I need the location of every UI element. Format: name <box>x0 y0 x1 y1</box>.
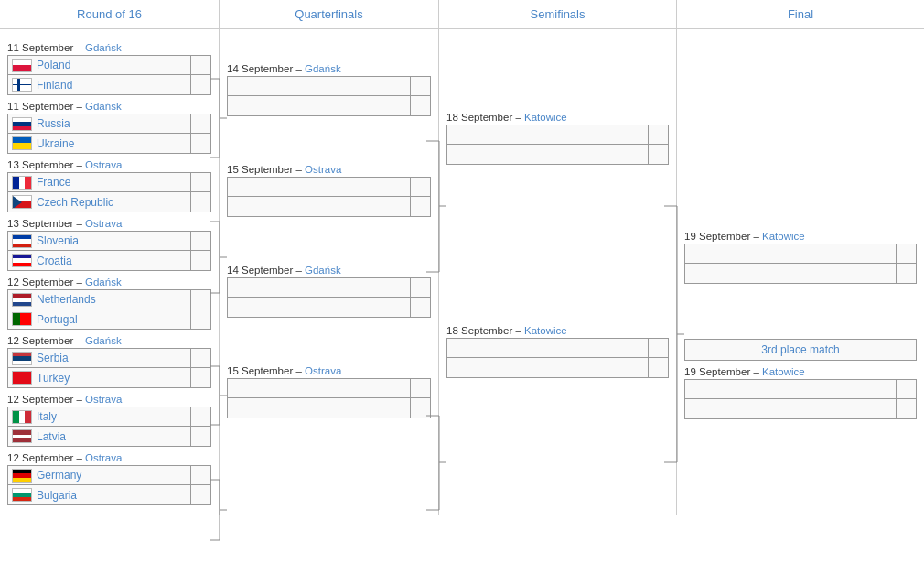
r16-m6-t2-name: Turkey <box>37 372 190 385</box>
qf-title: Quarterfinals <box>295 7 362 21</box>
qf-m4-team1 <box>227 378 431 398</box>
third-t1-score <box>896 379 912 399</box>
qf-m1-team1 <box>227 76 431 96</box>
r16-m1-city[interactable]: Gdańsk <box>85 42 122 53</box>
r16-m4-city[interactable]: Ostrava <box>85 218 122 229</box>
third-m1-team1 <box>684 379 917 399</box>
sf-m2-team1 <box>446 338 669 358</box>
italy-flag <box>12 410 32 424</box>
sf-header: Semifinals <box>439 0 676 29</box>
r16-m7-team2: Latvia <box>7 427 211 447</box>
serbia-flag <box>12 352 32 365</box>
r16-m6-city[interactable]: Gdańsk <box>85 335 122 346</box>
r16-m1-team1: Poland <box>7 55 211 75</box>
qf-header: Quarterfinals <box>220 0 438 29</box>
qf-m2-t1-score <box>410 177 426 197</box>
r16-m8-team1: Germany <box>7 465 211 485</box>
r16-m5-date: 12 September – Gdańsk <box>7 277 211 288</box>
third-m1-city[interactable]: Katowice <box>762 366 805 377</box>
r16-m3-city[interactable]: Ostrava <box>85 159 122 170</box>
r16-m3-t1-name: France <box>37 176 190 189</box>
r16-m4-team2: Croatia <box>7 251 211 271</box>
bulgaria-flag <box>12 488 32 502</box>
third-place-block: 3rd place match <box>684 339 917 361</box>
r16-match-4: 13 September – Ostrava Slovenia Croatia <box>7 218 211 271</box>
r16-m2-team1: Russia <box>7 114 211 134</box>
ukraine-flag <box>12 136 32 150</box>
r16-m4-t2-score <box>190 251 207 271</box>
qf-m1-t2-score <box>410 96 426 116</box>
qf-m2-city[interactable]: Ostrava <box>305 164 341 175</box>
final-t1-score <box>896 244 912 264</box>
bracket-container: Round of 16 11 September – Gdańsk Poland <box>0 0 924 515</box>
r16-m2-t1-score <box>190 114 207 134</box>
final-m1-date: 19 September – Katowice <box>684 231 917 242</box>
slovenia-flag <box>12 234 32 248</box>
qf-m4-city[interactable]: Ostrava <box>305 365 341 376</box>
r16-m8-city[interactable]: Ostrava <box>85 452 122 463</box>
qf-m4-date: 15 September – Ostrava <box>227 365 431 376</box>
r16-m3-t1-score <box>190 172 207 192</box>
qf-m1-date: 14 September – Gdańsk <box>227 63 431 74</box>
final-title: Final <box>788 7 813 21</box>
r16-match-6: 12 September – Gdańsk Serbia Turkey <box>7 335 211 388</box>
r16-m8-t2-score <box>190 485 207 505</box>
r16-match-2: 11 September – Gdańsk Russia Ukraine <box>7 101 211 154</box>
r16-m1-team2: Finland <box>7 75 211 95</box>
r16-m7-city[interactable]: Ostrava <box>85 394 122 405</box>
sf-title: Semifinals <box>531 7 586 21</box>
r16-m5-t2-score <box>190 309 207 330</box>
round-final-col: Final 19 September – Katowice <box>677 0 924 515</box>
qf-match-2: 15 September – Ostrava <box>227 164 431 217</box>
qf-m4-t2-score <box>410 398 426 418</box>
finland-flag <box>12 78 32 92</box>
sf-match-1: 18 September – Katowice <box>446 112 669 165</box>
r16-m5-team1: Netherlands <box>7 289 211 309</box>
r16-m7-t2-score <box>190 427 207 447</box>
final-m1-city[interactable]: Katowice <box>762 231 805 242</box>
final-body: 19 September – Katowice 3rd place match <box>677 29 924 429</box>
qf-m2-team1 <box>227 177 431 197</box>
qf-m3-team2 <box>227 298 431 318</box>
germany-flag <box>12 469 32 483</box>
r16-match-1: 11 September – Gdańsk Poland Finland <box>7 42 211 95</box>
r16-m5-t2-name: Portugal <box>37 313 190 326</box>
poland-flag <box>12 59 32 72</box>
qf-m2-date: 15 September – Ostrava <box>227 164 431 175</box>
sf-m1-t2-score <box>648 145 664 165</box>
sf-m1-city[interactable]: Katowice <box>524 112 567 123</box>
r16-m1-t2-name: Finland <box>37 79 190 92</box>
qf-m3-city[interactable]: Gdańsk <box>305 265 341 276</box>
qf-m2-t2-score <box>410 197 426 217</box>
qf-m4-team2 <box>227 398 431 418</box>
third-t2-score <box>896 399 912 419</box>
r16-m3-team1: France <box>7 172 211 192</box>
r16-m1-date: 11 September – Gdańsk <box>7 42 211 53</box>
r16-m2-t2-score <box>190 134 207 154</box>
r16-m1-t1-name: Poland <box>37 59 190 71</box>
r16-m1-t1-score <box>190 55 207 75</box>
r16-m7-team1: Italy <box>7 407 211 427</box>
r16-m2-city[interactable]: Gdańsk <box>85 101 122 112</box>
czech-flag <box>12 195 32 209</box>
sf-m2-city[interactable]: Katowice <box>524 325 567 336</box>
r16-m2-t1-name: Russia <box>37 117 190 130</box>
r16-m4-date: 13 September – Ostrava <box>7 218 211 229</box>
final-m1-team1 <box>684 244 917 264</box>
r16-m7-t2-name: Latvia <box>37 430 190 443</box>
qf-match-1: 14 September – Gdańsk <box>227 63 431 116</box>
qf-match-3: 14 September – Gdańsk <box>227 265 431 318</box>
r16-m8-t2-name: Bulgaria <box>37 489 190 502</box>
sf-m1-date: 18 September – Katowice <box>446 112 669 123</box>
r16-m5-city[interactable]: Gdańsk <box>85 277 122 288</box>
r16-body: 11 September – Gdańsk Poland Finland <box>0 29 219 515</box>
sf-m2-t1-score <box>648 338 664 358</box>
r16-match-5: 12 September – Gdańsk Netherlands Portug… <box>7 277 211 330</box>
third-m1-team2 <box>684 399 917 419</box>
qf-m1-city[interactable]: Gdańsk <box>305 63 341 74</box>
r16-m3-t2-name: Czech Republic <box>37 196 190 209</box>
r16-m4-t1-name: Slovenia <box>37 234 190 247</box>
croatia-flag <box>12 254 32 267</box>
r16-title: Round of 16 <box>77 7 142 21</box>
r16-m5-t1-name: Netherlands <box>37 293 190 306</box>
